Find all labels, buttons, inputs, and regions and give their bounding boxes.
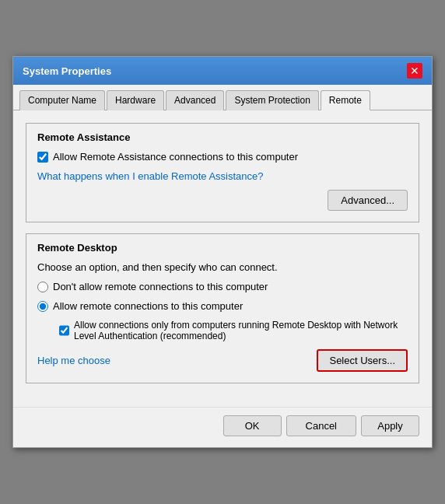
nla-checkbox-label: Allow connections only from computers ru… [74, 320, 408, 341]
radio-allow-connections[interactable] [37, 301, 48, 312]
radio-option1-label: Don't allow remote connections to this c… [53, 281, 268, 292]
remote-assistance-checkbox[interactable] [37, 152, 48, 163]
radio-option1-row: Don't allow remote connections to this c… [37, 281, 408, 292]
help-me-choose-link[interactable]: Help me choose [37, 355, 110, 366]
remote-assistance-checkbox-label: Allow Remote Assistance connections to t… [53, 151, 298, 163]
remote-assistance-advanced-button[interactable]: Advanced... [328, 190, 408, 211]
remote-assistance-btn-row: Advanced... [37, 190, 408, 211]
system-properties-dialog: System Properties ✕ Computer Name Hardwa… [12, 56, 433, 448]
dialog-title: System Properties [23, 65, 111, 77]
nla-checkbox[interactable] [59, 325, 69, 336]
remote-assistance-section: Remote Assistance Allow Remote Assistanc… [26, 123, 419, 222]
select-users-button[interactable]: Select Users... [317, 349, 408, 372]
select-users-row: Help me choose Select Users... [37, 349, 408, 372]
button-bar: OK Cancel Apply [13, 407, 432, 447]
remote-assistance-help-link[interactable]: What happens when I enable Remote Assist… [37, 170, 264, 182]
remote-desktop-section: Remote Desktop Choose an option, and the… [26, 233, 419, 383]
radio-group: Don't allow remote connections to this c… [37, 281, 408, 312]
tab-bar: Computer Name Hardware Advanced System P… [13, 85, 432, 110]
title-bar-title: System Properties [23, 65, 111, 77]
nla-checkbox-row: Allow connections only from computers ru… [59, 320, 408, 341]
close-button[interactable]: ✕ [407, 63, 422, 79]
radio-option2-label: Allow remote connections to this compute… [53, 300, 243, 312]
tab-advanced[interactable]: Advanced [166, 90, 224, 110]
content-area: Remote Assistance Allow Remote Assistanc… [13, 110, 432, 407]
radio-no-connections[interactable] [37, 282, 48, 292]
apply-button[interactable]: Apply [361, 415, 419, 436]
remote-desktop-description: Choose an option, and then specify who c… [37, 261, 408, 273]
cancel-button[interactable]: Cancel [286, 415, 356, 436]
tab-computer-name[interactable]: Computer Name [19, 90, 105, 110]
radio-option2-row: Allow remote connections to this compute… [37, 300, 408, 312]
remote-assistance-checkbox-row: Allow Remote Assistance connections to t… [37, 151, 408, 163]
remote-desktop-title: Remote Desktop [37, 242, 408, 254]
title-bar: System Properties ✕ [13, 57, 432, 85]
ok-button[interactable]: OK [223, 415, 282, 436]
tab-hardware[interactable]: Hardware [107, 90, 164, 110]
remote-assistance-title: Remote Assistance [37, 131, 408, 143]
tab-remote[interactable]: Remote [321, 90, 370, 110]
tab-system-protection[interactable]: System Protection [226, 90, 318, 110]
